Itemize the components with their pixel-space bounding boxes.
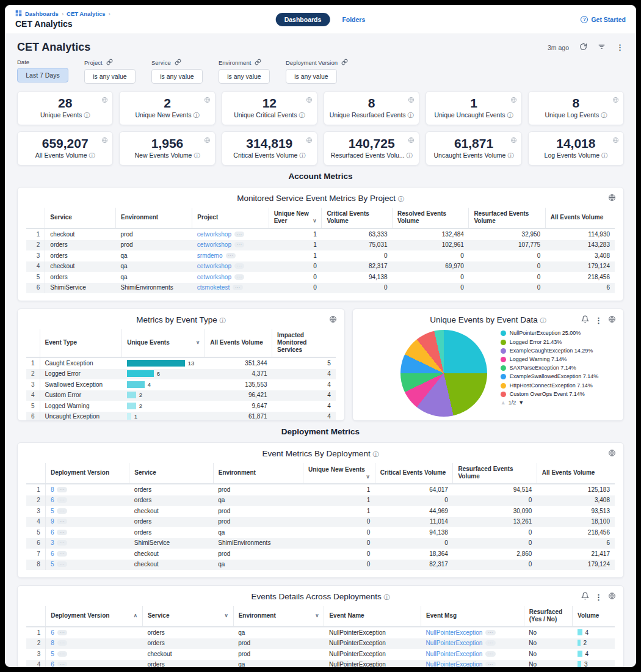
tab-dashboards[interactable]: Dashboards — [276, 13, 330, 26]
cell-link[interactable]: srmdemo — [197, 252, 223, 259]
cell-link[interactable]: cetworkshop — [197, 274, 231, 280]
table-row[interactable]: 16···ordersqaNullPointerExceptionNullPoi… — [26, 627, 615, 638]
table-row[interactable]: 3Swallowed Exception4135,5534 — [26, 379, 336, 390]
bell-icon[interactable] — [581, 591, 589, 602]
globe-icon[interactable] — [408, 95, 415, 106]
cell-link[interactable]: 6 — [51, 497, 54, 503]
column-header[interactable]: All Events Volume — [205, 329, 272, 357]
info-icon[interactable]: ⓘ — [601, 112, 607, 119]
table-row[interactable]: 2ordersprodcetworkshop···175,031102,9611… — [26, 240, 615, 251]
cell-link[interactable]: 3 — [51, 539, 54, 546]
table-row[interactable]: 4Custom Error296,4214 — [26, 390, 336, 401]
column-header[interactable]: Resurfaced Events Volume — [469, 208, 545, 228]
kebab-menu-icon[interactable]: ⋮ — [595, 593, 603, 601]
table-row[interactable]: 2Logged Error64,3714 — [26, 369, 336, 380]
globe-icon[interactable] — [204, 135, 211, 146]
info-icon[interactable]: ⓘ — [601, 152, 607, 159]
breadcrumb-item[interactable]: Dashboards — [25, 10, 59, 17]
column-header[interactable]: Resolved Events Volume — [393, 208, 469, 228]
cell-menu-badge[interactable]: ··· — [57, 519, 67, 524]
cell-menu-badge[interactable]: ··· — [234, 242, 245, 247]
table-row[interactable]: 1checkoutprodcetworkshop···163,333132,48… — [26, 228, 615, 240]
globe-icon[interactable] — [306, 95, 313, 106]
table-row[interactable]: 35···checkoutprod144,96930,09093,513 — [26, 506, 615, 517]
column-header[interactable]: Critical Events Volume — [322, 208, 393, 228]
globe-icon[interactable] — [612, 95, 619, 106]
filter-chip[interactable]: is any value — [151, 69, 203, 84]
column-header[interactable]: Event Type — [40, 329, 122, 357]
cell-menu-badge[interactable]: ··· — [485, 640, 496, 646]
cell-link[interactable]: cetworkshop — [197, 241, 231, 248]
column-header[interactable]: Service — [45, 208, 116, 228]
get-started-link[interactable]: ? Get Started — [581, 16, 626, 23]
globe-icon[interactable] — [608, 591, 616, 602]
cell-menu-badge[interactable]: ··· — [57, 540, 67, 546]
cell-link[interactable]: 6 — [51, 629, 54, 636]
cell-link[interactable]: NullPointerException — [426, 651, 483, 657]
globe-icon[interactable] — [510, 135, 517, 146]
column-header[interactable]: Impacted Monitored Services — [272, 329, 336, 357]
tab-folders[interactable]: Folders — [342, 16, 365, 23]
cell-link[interactable]: ctsmoketest — [197, 284, 230, 291]
table-row[interactable]: 18···ordersprod164,01794,514125,183 — [26, 484, 615, 495]
cell-menu-badge[interactable]: ··· — [57, 508, 67, 514]
filter-chip[interactable]: Last 7 Days — [17, 68, 68, 82]
globe-icon[interactable] — [204, 95, 211, 106]
legend-item[interactable]: ExampleSwallowedException 7.14% — [501, 373, 615, 381]
bell-icon[interactable] — [581, 315, 589, 326]
legend-item[interactable]: ExampleCaughtException 14.29% — [501, 348, 615, 355]
globe-icon[interactable] — [608, 193, 616, 204]
cell-menu-badge[interactable]: ··· — [57, 640, 68, 646]
table-row[interactable]: 6Uncaught Exception161,8714 — [26, 412, 336, 422]
column-header[interactable]: Unique Events∨ — [122, 329, 205, 357]
cell-menu-badge[interactable]: ··· — [234, 263, 245, 269]
table-row[interactable]: 6ShimiServiceShimiEnvironmentsctsmoketes… — [26, 283, 615, 294]
info-icon[interactable]: ⓘ — [194, 112, 200, 119]
cell-menu-badge[interactable]: ··· — [57, 662, 68, 667]
info-icon[interactable]: ⓘ — [84, 112, 90, 119]
cell-menu-badge[interactable]: ··· — [57, 651, 68, 657]
table-row[interactable]: 46···ordersqaNullPointerExceptionNullPoi… — [26, 660, 615, 667]
filter-chip[interactable]: is any value — [286, 69, 337, 84]
table-row[interactable]: 35···checkoutprodNullPointerExceptionNul… — [26, 649, 615, 660]
cell-link[interactable]: 5 — [51, 651, 54, 657]
table-row[interactable]: 76···checkoutprod018,3642,86021,417 — [26, 549, 615, 560]
cell-link[interactable]: cetworkshop — [197, 231, 231, 238]
column-header[interactable]: Event Msg — [421, 606, 524, 627]
cell-menu-badge[interactable]: ··· — [234, 232, 245, 237]
kebab-menu-icon[interactable]: ⋮ — [616, 43, 624, 51]
column-header[interactable]: Environment — [116, 208, 192, 228]
breadcrumb-item[interactable]: CET Analytics — [67, 10, 106, 17]
cell-link[interactable]: NullPointerException — [426, 640, 483, 646]
cell-menu-badge[interactable]: ··· — [485, 651, 496, 657]
cell-menu-badge[interactable]: ··· — [57, 530, 67, 535]
cell-menu-badge[interactable]: ··· — [57, 630, 68, 635]
column-header[interactable]: Resurfaced Events Volume — [453, 463, 537, 484]
column-header[interactable]: All Events Volume — [545, 208, 615, 228]
info-icon[interactable]: ⓘ — [299, 112, 305, 119]
info-icon[interactable]: ⓘ — [299, 152, 305, 159]
column-header[interactable]: Critical Events Volume — [375, 463, 453, 484]
legend-item[interactable]: NullPointerException 25.00% — [501, 330, 615, 337]
table-row[interactable]: 1Caught Exception13351,3445 — [26, 357, 336, 369]
cell-menu-badge[interactable]: ··· — [226, 253, 236, 258]
info-icon[interactable]: ⓘ — [220, 317, 226, 324]
cell-menu-badge[interactable]: ··· — [57, 551, 67, 557]
cell-link[interactable]: 5 — [51, 561, 54, 568]
legend-item[interactable]: Logged Error 21.43% — [501, 339, 615, 346]
column-header[interactable]: Deployment Version — [45, 463, 129, 484]
table-row[interactable]: 49···ordersprod011,01413,26118,100 — [26, 517, 615, 528]
legend-item[interactable]: HttpHostConnectException 7.14% — [501, 382, 615, 390]
cell-link[interactable]: NullPointerException — [426, 661, 483, 667]
legend-item[interactable]: SAXParseException 7.14% — [501, 365, 615, 372]
cell-link[interactable]: 6 — [51, 529, 54, 536]
cell-menu-badge[interactable]: ··· — [234, 274, 245, 280]
column-header[interactable]: Environment — [213, 463, 303, 484]
cell-link[interactable]: 6 — [51, 550, 54, 557]
info-icon[interactable]: ⓘ — [372, 451, 378, 458]
column-header[interactable]: Environment∨ — [233, 606, 324, 627]
info-icon[interactable]: ⓘ — [89, 152, 95, 159]
info-icon[interactable]: ⓘ — [398, 195, 404, 202]
info-icon[interactable]: ⓘ — [540, 317, 546, 324]
cell-link[interactable]: 8 — [51, 486, 54, 493]
